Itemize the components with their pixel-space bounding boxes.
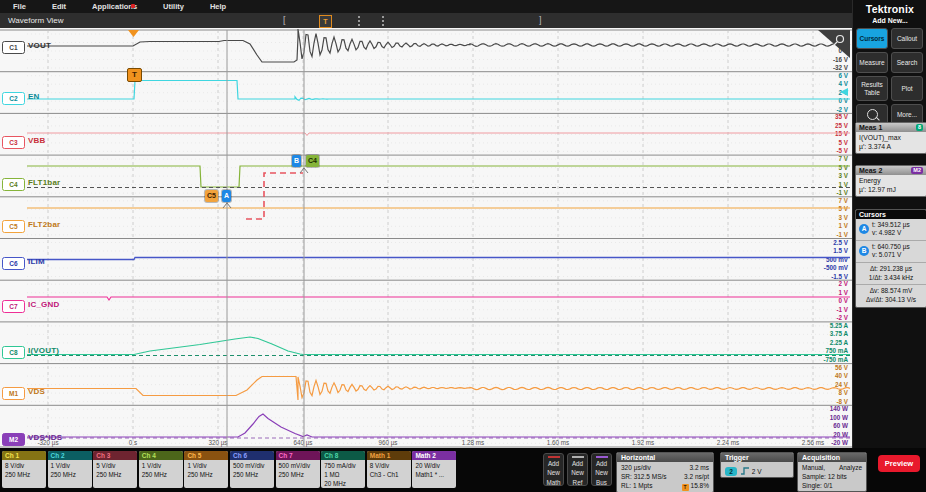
channel-badge-c6[interactable]: C6 <box>2 257 25 270</box>
scale-label: 24 V <box>835 381 849 388</box>
channel-card-ch6[interactable]: Ch 6500 mV/div250 MHz <box>230 451 274 488</box>
cursor-b-volt: v: 5.071 V <box>872 251 910 259</box>
channel-badge-c4[interactable]: C4 <box>2 178 25 191</box>
cursor-b-source-badge[interactable]: B <box>292 155 301 167</box>
channel-card-ch7[interactable]: Ch 7500 mV/div250 MHz <box>276 451 320 488</box>
trace-c2-1 <box>27 81 850 101</box>
channel-label-c1[interactable]: VOUT <box>28 41 51 50</box>
menu-edit[interactable]: Edit <box>39 2 79 11</box>
add-new-math-button[interactable]: AddNewMath <box>543 453 564 486</box>
scale-label: 56 V <box>835 364 849 371</box>
menu-help[interactable]: Help <box>197 2 239 11</box>
meas2-badge-card[interactable]: Meas 2 M2 Energy µ′: 12.97 mJ <box>855 165 926 197</box>
add-new-bus-button[interactable]: AddNewBus <box>591 453 612 486</box>
channel-badge-m2[interactable]: M2 <box>2 433 25 446</box>
cursor-a-time: t: 349.512 µs <box>872 221 910 229</box>
channel-badge-c8[interactable]: C8 <box>2 346 25 359</box>
trace-c8-10 <box>27 337 850 355</box>
channel-card-title: Math 1 <box>367 451 411 460</box>
time-axis-label: 1.28 ms <box>462 439 484 446</box>
channel-badge-c7[interactable]: C7 <box>2 300 25 313</box>
channel-label-c5[interactable]: FLT2bar <box>28 220 60 229</box>
channel-card-settings: 1 V/div250 MHz <box>139 460 183 480</box>
trigger-settings: 2 2 V <box>725 466 789 476</box>
channel-badge-c5[interactable]: C5 <box>2 220 25 233</box>
preview-button[interactable]: Preview <box>878 455 920 472</box>
callout-button[interactable]: Callout <box>891 28 923 49</box>
channel-label-c6[interactable]: ILIM <box>28 257 45 266</box>
minimap-cursor-b-mark[interactable] <box>382 16 384 26</box>
cursor-b-time: t: 640.750 µs <box>872 243 910 251</box>
trigger-position-marker[interactable] <box>128 30 139 37</box>
trigger-source-badge[interactable]: T <box>127 68 142 82</box>
minimap-trigger-icon[interactable]: T <box>319 15 332 28</box>
channel-card-ch2[interactable]: Ch 21 V/div250 MHz <box>48 451 92 488</box>
menu-file[interactable]: File <box>0 2 39 11</box>
cursors-readout-card[interactable]: Cursors A t: 349.512 µsv: 4.982 V B t: 6… <box>855 209 926 308</box>
cursor-a-source-badge[interactable]: A <box>222 190 231 202</box>
channel-card-ch5[interactable]: Ch 51 V/div250 MHz <box>184 451 228 488</box>
scale-label: 8 V <box>839 389 849 396</box>
trigger-panel[interactable]: Trigger2 2 V <box>720 452 794 478</box>
scale-label: 3 V <box>839 214 849 221</box>
channel-card-math2[interactable]: Math 220 W/divMath1 * ... <box>412 451 456 488</box>
channel-setting: 500 mV/div <box>233 461 271 470</box>
oscilloscope-app: { "window": { "menu": ["File", "Edit", "… <box>0 0 926 492</box>
search-button[interactable]: Search <box>891 52 923 73</box>
trigger-position-icon: T <box>682 484 689 491</box>
scale-label: 40 V <box>835 372 849 379</box>
zoom-range-left-bracket[interactable]: [ <box>283 15 286 25</box>
channel-setting: 8 V/div <box>5 461 43 470</box>
minimap-cursor-a-mark[interactable] <box>358 16 360 26</box>
waveform-graticule: 32 V16 V0 V-16 V-32 V6 V4 V2 V0 V-2 V35 … <box>0 28 852 448</box>
channel-label-m1[interactable]: VDS <box>28 387 45 396</box>
channel-label-c7[interactable]: IC_GND <box>28 300 59 309</box>
zoom-range-right-bracket[interactable]: ] <box>539 15 542 25</box>
channel-setting: 250 MHz <box>51 470 89 479</box>
results-table-button[interactable]: Results Table <box>856 76 888 101</box>
cursor-a-source-badge[interactable]: C5 <box>205 190 218 202</box>
channel-card-ch8[interactable]: Ch 8750 mA/div1 MΩ20 MHz <box>321 451 365 488</box>
waveform-view[interactable]: 32 V16 V0 V-16 V-32 V6 V4 V2 V0 V-2 V35 … <box>0 28 852 448</box>
channel-label-c8[interactable]: I(VOUT) <box>28 346 59 355</box>
horizontal-row: 320 µs/div3.2 ms <box>621 463 709 472</box>
horizontal-panel[interactable]: Horizontal320 µs/div3.2 msSR: 312.5 MS/s… <box>616 452 714 492</box>
rising-edge-icon <box>740 468 750 475</box>
channel-badge-c2[interactable]: C2 <box>2 92 25 105</box>
plot-button[interactable]: Plot <box>891 76 923 101</box>
channel-setting: 1 V/div <box>142 461 180 470</box>
channel-label-c2[interactable]: EN <box>28 92 40 101</box>
horizontal-row: SR: 312.5 MS/s3.2 ns/pt <box>621 472 709 481</box>
channel-card-math1[interactable]: Math 18 V/divCh3 - Ch1 <box>367 451 411 488</box>
scale-label: 1.5 V <box>833 247 849 254</box>
channel-card-ch3[interactable]: Ch 35 V/div250 MHz <box>93 451 137 488</box>
channel-badge-m1[interactable]: M1 <box>2 387 25 400</box>
channel-setting: 5 V/div <box>96 461 134 470</box>
scale-label: -500 mV <box>824 264 849 271</box>
cursor-a-volt: v: 4.982 V <box>872 229 910 237</box>
acquisition-panel[interactable]: AcquisitionManual,AnalyzeSample: 12 bits… <box>797 452 867 492</box>
scale-label: 2 V <box>839 280 849 287</box>
scale-label: 25 V <box>835 122 849 129</box>
channel-label-c4[interactable]: FLT1bar <box>28 178 60 187</box>
menu-utility[interactable]: Utility <box>150 2 197 11</box>
add-new-ref-button[interactable]: AddNewRef <box>567 453 588 486</box>
cursor-b-source-badge[interactable]: C4 <box>306 155 319 167</box>
cursor-b-readout: B t: 640.750 µsv: 5.071 V <box>856 241 926 263</box>
channel-badge-c1[interactable]: C1 <box>2 41 25 54</box>
trace-c3-2 <box>27 133 850 136</box>
channel-card-ch1[interactable]: Ch 18 V/div250 MHz <box>2 451 46 488</box>
channel-label-c3[interactable]: VBB <box>28 136 46 145</box>
menu-bar: FileEditApplicationsUtilityHelp <box>0 0 852 13</box>
measure-button[interactable]: Measure <box>856 52 888 73</box>
cursors-button[interactable]: Cursors <box>856 28 888 49</box>
meas1-badge-card[interactable]: Meas 1 8 I(VOUT)_max µ′: 3.374 A <box>855 122 926 154</box>
scale-label: 1 V <box>839 222 849 229</box>
stripe-icon <box>548 456 560 458</box>
channel-label-m2[interactable]: VDS*IDS <box>28 433 62 442</box>
tab-waveform-view[interactable]: Waveform View <box>8 16 64 25</box>
channel-badge-c3[interactable]: C3 <box>2 136 25 149</box>
menu-applications[interactable]: Applications <box>79 2 150 11</box>
scale-label: 7 V <box>839 197 849 204</box>
channel-card-ch4[interactable]: Ch 41 V/div250 MHz <box>139 451 183 488</box>
